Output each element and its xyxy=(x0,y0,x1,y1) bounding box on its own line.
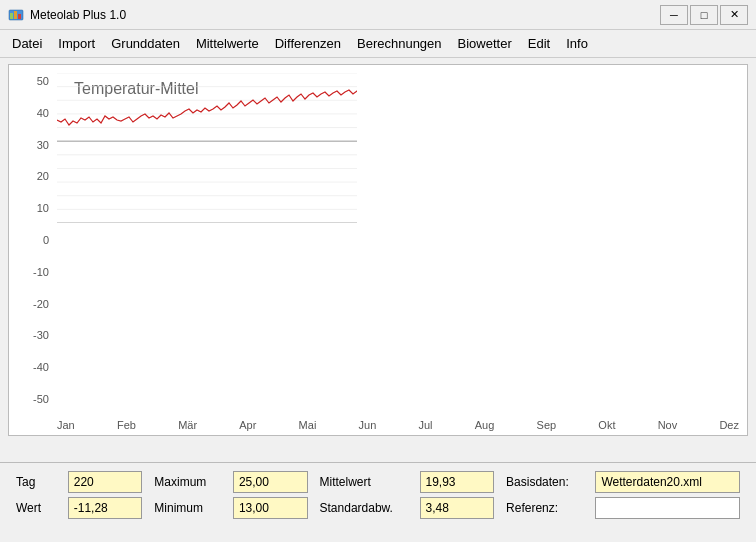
wert-value[interactable]: -11,28 xyxy=(68,497,143,519)
standardabw-label: Standardabw. xyxy=(320,501,408,515)
svg-rect-3 xyxy=(18,14,21,19)
maximum-label: Maximum xyxy=(154,475,221,489)
menu-item-datei[interactable]: Datei xyxy=(4,33,50,54)
chart-area: Temperatur-Mittel 50 40 30 20 10 0 -10 -… xyxy=(8,64,748,436)
menu-item-import[interactable]: Import xyxy=(50,33,103,54)
basisdaten-value[interactable]: Wetterdaten20.xml xyxy=(595,471,740,493)
mittelwert-value[interactable]: 19,93 xyxy=(420,471,495,493)
minimum-value[interactable]: 13,00 xyxy=(233,497,308,519)
standardabw-value[interactable]: 3,48 xyxy=(420,497,495,519)
minimize-button[interactable]: ─ xyxy=(660,5,688,25)
minimum-label: Minimum xyxy=(154,501,221,515)
tag-label: Tag xyxy=(16,475,56,489)
menu-item-info[interactable]: Info xyxy=(558,33,596,54)
maximum-value[interactable]: 25,00 xyxy=(233,471,308,493)
title-bar: Meteolab Plus 1.0 ─ □ ✕ xyxy=(0,0,756,30)
window-title: Meteolab Plus 1.0 xyxy=(30,8,126,22)
menu-bar: DateiImportGrunddatenMittelwerteDifferen… xyxy=(0,30,756,58)
menu-item-berechnungen[interactable]: Berechnungen xyxy=(349,33,450,54)
mittelwert-label: Mittelwert xyxy=(320,475,408,489)
y-axis: 50 40 30 20 10 0 -10 -20 -30 -40 -50 xyxy=(9,75,54,405)
temperature-chart xyxy=(57,73,357,223)
close-button[interactable]: ✕ xyxy=(720,5,748,25)
menu-item-differenzen[interactable]: Differenzen xyxy=(267,33,349,54)
svg-rect-2 xyxy=(14,11,17,19)
x-axis: Jan Feb Mär Apr Mai Jun Jul Aug Sep Okt … xyxy=(57,419,739,431)
referenz-value[interactable] xyxy=(595,497,740,519)
maximize-button[interactable]: □ xyxy=(690,5,718,25)
menu-item-mittelwerte[interactable]: Mittelwerte xyxy=(188,33,267,54)
menu-item-biowetter[interactable]: Biowetter xyxy=(450,33,520,54)
basisdaten-label: Basisdaten: xyxy=(506,475,583,489)
tag-value[interactable]: 220 xyxy=(68,471,143,493)
window-controls: ─ □ ✕ xyxy=(660,5,748,25)
info-panel: Tag 220 Maximum 25,00 Mittelwert 19,93 B… xyxy=(0,462,756,542)
menu-item-grunddaten[interactable]: Grunddaten xyxy=(103,33,188,54)
svg-rect-1 xyxy=(10,13,13,19)
app-icon xyxy=(8,7,24,23)
wert-label: Wert xyxy=(16,501,56,515)
menu-item-edit[interactable]: Edit xyxy=(520,33,558,54)
referenz-label: Referenz: xyxy=(506,501,583,515)
